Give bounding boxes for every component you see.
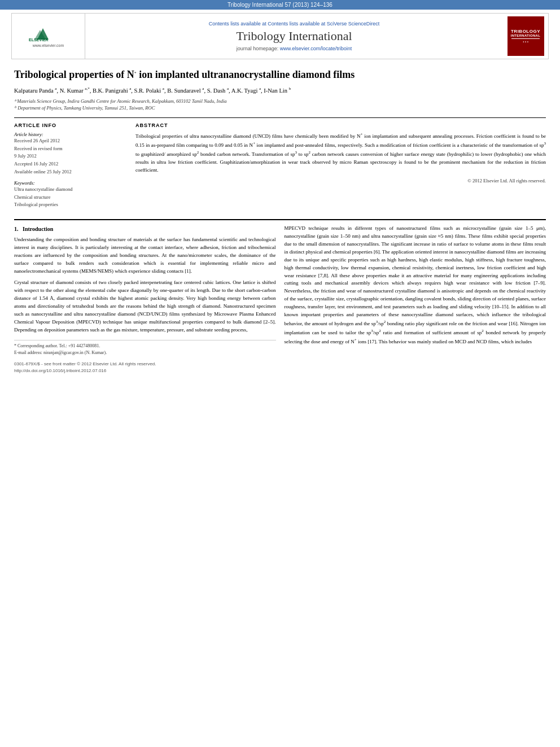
body-right-column: MPECVD technique results in different ty… [285,225,546,375]
elsevier-tagline: www.elsevier.com [33,43,64,47]
info-abstract-row: ARTICLE INFO Article history: Received 2… [14,123,546,213]
keywords-list: Ultra nanocrystalline diamond Chemical s… [14,186,127,209]
journal-title: Tribology International [236,29,352,43]
authors-line: Kalpataru Panda a, N. Kumar a,*, B.K. Pa… [14,86,546,95]
tribology-logo-icon: TRIBOLOGY INTERNATIONAL ▪ ▪ ▪ [508,16,544,56]
footnote-area: * Corresponding author. Tel.: +91 442748… [14,340,276,356]
keywords-section: Keywords: Ultra nanocrystalline diamond … [14,180,127,209]
article-title: Tribological properties of N+ ion implan… [14,68,546,81]
divider-1 [14,117,546,118]
email-address: E-mail address: niranjan@igcar.gov.in (N… [14,350,276,356]
intro-para-1: Understanding the composition and bondin… [14,236,276,276]
history-section: Article history: Received 26 April 2012 … [14,132,127,176]
elsevier-logo-icon: ELSEVIER [26,25,71,42]
divider-2 [14,219,546,220]
citation-text: Tribology International 57 (2013) 124–13… [228,2,333,8]
bottom-bar: 0301-679X/$ - see front matter © 2012 El… [14,361,276,375]
article-info-panel: ARTICLE INFO Article history: Received 2… [14,123,127,213]
article-info-heading: ARTICLE INFO [14,123,127,128]
intro-para-2: Crystal structure of diamond consists of… [14,279,276,334]
section-1-heading: 1. Introduction [14,225,276,234]
corresponding-author: * Corresponding author. Tel.: +91 442748… [14,343,276,350]
affiliations: ᵃ Materials Science Group, Indira Gandhi… [14,98,546,112]
received-date: Received 26 April 2012 Received in revis… [14,137,127,176]
sciverse-link[interactable]: Contents lists available at SciVerse Sci… [268,21,379,27]
affiliation-a: ᵃ Materials Science Group, Indira Gandhi… [14,98,546,105]
body-left-column: 1. Introduction Understanding the compos… [14,225,276,375]
affiliation-b: ᵇ Department of Physics, Tamkang Univers… [14,104,546,112]
copyright-notice: © 2012 Elsevier Ltd. All rights reserved… [135,178,546,184]
homepage-url[interactable]: www.elsevier.com/locate/triboint [280,46,352,51]
abstract-heading: ABSTRACT [135,123,546,128]
abstract-panel: ABSTRACT Tribological properties of ultr… [135,123,546,213]
abstract-text: Tribological properties of ultra nanocry… [135,132,546,174]
tribology-logo-area: TRIBOLOGY INTERNATIONAL ▪ ▪ ▪ [503,14,548,59]
svg-text:ELSEVIER: ELSEVIER [29,38,49,42]
sciverse-text: Contents lists available at Contents lis… [209,21,380,27]
history-label: Article history: [14,132,127,137]
article-main: Tribological properties of N+ ion implan… [0,63,560,381]
logo-label: TRIBOLOGY [511,29,540,34]
body-content: 1. Introduction Understanding the compos… [14,225,546,375]
right-para-1: MPECVD technique results in different ty… [285,225,546,346]
journal-title-area: Contents lists available at Contents lis… [85,14,503,59]
journal-citation-bar: Tribology International 57 (2013) 124–13… [0,0,560,10]
elsevier-branding: ELSEVIER www.elsevier.com [12,14,85,59]
revised-label: Received in revised form [14,145,127,153]
keywords-label: Keywords: [14,180,127,186]
journal-header: ELSEVIER www.elsevier.com Contents lists… [11,13,549,59]
journal-homepage: journal homepage: www.elsevier.com/locat… [237,46,352,51]
